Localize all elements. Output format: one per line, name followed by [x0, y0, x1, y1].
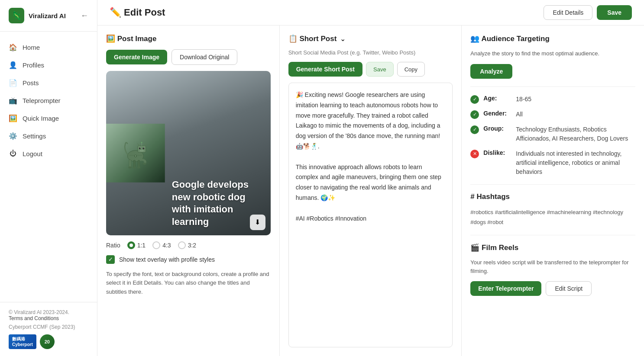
sidebar: 🦎 Viralizard AI ← 🏠 Home 👤 Profiles 📄 Po…: [0, 0, 97, 356]
profiles-icon: 👤: [9, 61, 17, 69]
svg-point-17: [137, 167, 140, 169]
sidebar-logo: 🦎 Viralizard AI ←: [0, 0, 97, 32]
copy-post-button[interactable]: Copy: [397, 62, 425, 77]
generate-image-button[interactable]: Generate Image: [106, 50, 167, 64]
post-actions: Generate Short Post Save Copy: [288, 62, 453, 77]
sidebar-item-label: Settings: [23, 132, 46, 140]
quick-image-icon: 🖼️: [9, 114, 17, 122]
audience-group-row: ✓ Group: Technology Enthusiasts, Robotic…: [470, 125, 635, 143]
gender-check-icon: ✓: [470, 110, 479, 119]
settings-icon: ⚙️: [9, 132, 17, 140]
dislike-value: Individuals not interested in technology…: [516, 149, 635, 176]
svg-rect-16: [138, 160, 140, 167]
audience-panel: 👥 Audience Targeting Analyze the story t…: [462, 26, 644, 356]
audience-title: 👥 Audience Targeting: [470, 34, 635, 43]
svg-point-5: [139, 148, 141, 149]
app-logo-icon: 🦎: [9, 8, 24, 23]
download-original-button[interactable]: Download Original: [172, 49, 237, 65]
group-value: Technology Enthusiasts, Robotics Afficio…: [516, 125, 635, 143]
robot-dog-image: [106, 71, 165, 235]
sidebar-footer: © Viralizard AI 2023-2024. Terms and Con…: [0, 302, 97, 356]
svg-point-22: [141, 142, 142, 143]
radio-1-1[interactable]: [127, 241, 135, 249]
age-check-icon: ✓: [470, 95, 479, 104]
back-button[interactable]: ←: [81, 11, 88, 20]
ratio-3-2[interactable]: 3:2: [178, 241, 196, 249]
svg-point-6: [142, 148, 144, 149]
header-actions: Edit Details Save: [544, 5, 632, 20]
film-actions: Enter Teleprompter Edit Script: [470, 281, 635, 296]
sidebar-item-label: Profiles: [23, 61, 44, 69]
short-post-header: 📋 Short Post ⌄: [288, 34, 453, 43]
film-subtitle: Your reels video script will be transfer…: [470, 258, 635, 275]
cyberport-logo: 數碼港Cyberport 20: [9, 334, 88, 349]
dislike-key: Dislike:: [483, 149, 511, 156]
save-post-button[interactable]: Save: [366, 62, 394, 77]
dislike-x-icon: ✕: [470, 150, 479, 158]
main-content: ✏️ Edit Post Edit Details Save 🖼️ Post I…: [97, 0, 644, 356]
radio-3-2[interactable]: [178, 241, 186, 249]
svg-rect-11: [129, 160, 131, 167]
sidebar-item-settings[interactable]: ⚙️ Settings: [0, 127, 97, 145]
sidebar-item-teleprompter[interactable]: 📺 Teleprompter: [0, 92, 97, 109]
image-download-button[interactable]: ⬇: [250, 215, 265, 230]
terms-link[interactable]: Terms and Conditions: [9, 315, 59, 321]
overlay-hint: To specify the font, text or background …: [106, 270, 271, 297]
age-value: 18-65: [516, 95, 531, 104]
audience-age-row: ✓ Age: 18-65: [470, 95, 635, 104]
sidebar-item-label: Logout: [23, 150, 42, 157]
audience-gender-row: ✓ Gender: All: [470, 110, 635, 119]
svg-point-19: [135, 155, 136, 157]
ratio-4-3[interactable]: 4:3: [152, 241, 171, 249]
ratio-label: Ratio: [106, 242, 120, 249]
app-name: Viralizard AI: [29, 12, 66, 19]
age-key: Age:: [483, 95, 511, 102]
sidebar-item-home[interactable]: 🏠 Home: [0, 38, 97, 56]
edit-details-button[interactable]: Edit Details: [544, 5, 592, 20]
logout-icon: ⏻: [9, 150, 17, 157]
analyze-button[interactable]: Analyze: [470, 64, 512, 79]
save-button[interactable]: Save: [597, 5, 632, 20]
post-type-dropdown[interactable]: ⌄: [340, 35, 346, 43]
sidebar-item-label: Posts: [23, 79, 39, 87]
audience-dislike-row: ✕ Dislike: Individuals not interested in…: [470, 149, 635, 176]
svg-point-8: [144, 148, 144, 148]
post-image-title: 🖼️ Post Image: [106, 34, 271, 43]
enter-teleprompter-button[interactable]: Enter Teleprompter: [470, 281, 541, 296]
sidebar-item-posts[interactable]: 📄 Posts: [0, 74, 97, 92]
divider-2: [470, 184, 635, 185]
post-image-container: Google develops new robotic dog with imi…: [106, 71, 271, 235]
hashtags-title: # Hashtags: [470, 192, 635, 201]
ratio-row: Ratio 1:1 4:3 3:2: [106, 241, 271, 249]
checkbox-label: Show text overlay with profile styles: [119, 256, 215, 263]
page-title: ✏️ Edit Post: [110, 7, 165, 18]
svg-point-7: [140, 148, 140, 148]
text-overlay-checkbox[interactable]: ✓: [106, 255, 115, 264]
edit-script-button[interactable]: Edit Script: [546, 281, 592, 296]
audience-subtitle: Analyze the story to find the most optim…: [470, 49, 635, 58]
hashtags-text: #robotics #artificialintelligence #machi…: [470, 207, 635, 228]
posts-icon: 📄: [9, 79, 17, 87]
group-check-icon: ✓: [470, 125, 479, 134]
content-grid: 🖼️ Post Image Generate Image Download Or…: [97, 26, 644, 356]
ccmf-badge: 20: [40, 334, 55, 349]
ratio-3-2-label: 3:2: [188, 242, 196, 249]
generate-short-post-button[interactable]: Generate Short Post: [288, 62, 362, 77]
svg-point-15: [133, 167, 136, 169]
post-content-textarea[interactable]: [288, 83, 453, 347]
ratio-4-3-label: 4:3: [162, 242, 171, 249]
image-actions: Generate Image Download Original: [106, 49, 271, 65]
sidebar-item-logout[interactable]: ⏻ Logout: [0, 145, 97, 162]
svg-point-12: [128, 167, 132, 169]
group-key: Group:: [483, 125, 511, 132]
svg-point-13: [143, 163, 146, 165]
sidebar-item-quick-image[interactable]: 🖼️ Quick Image: [0, 109, 97, 127]
cyberport-text: Cyberport CCMF (Sep 2023): [9, 324, 88, 330]
text-overlay-checkbox-row[interactable]: ✓ Show text overlay with profile styles: [106, 255, 271, 264]
sidebar-item-label: Teleprompter: [23, 97, 61, 104]
ratio-1-1-label: 1:1: [137, 242, 146, 249]
sidebar-item-profiles[interactable]: 👤 Profiles: [0, 56, 97, 74]
radio-4-3[interactable]: [152, 241, 160, 249]
ratio-1-1[interactable]: 1:1: [127, 241, 146, 249]
copyright-text: © Viralizard AI 2023-2024.: [9, 309, 88, 315]
